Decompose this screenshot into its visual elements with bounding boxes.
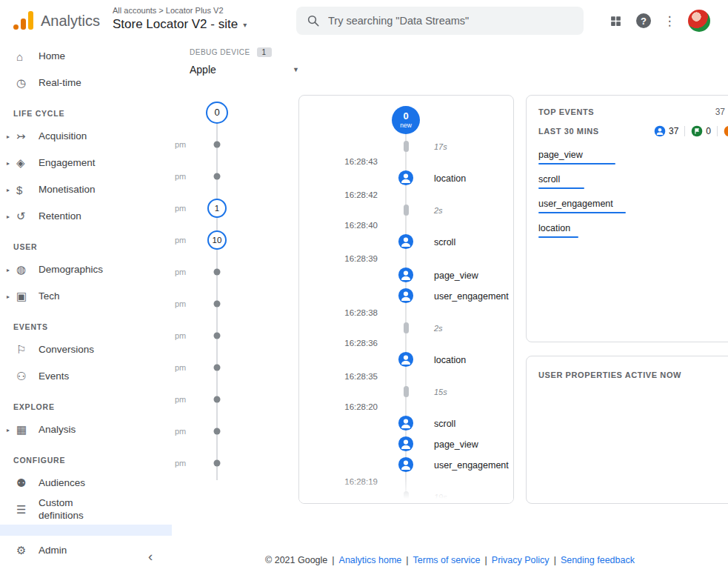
stream-row-gap: 17s	[299, 137, 513, 155]
counter-value: 37	[669, 126, 678, 136]
sidebar-item-label: Demographics	[39, 264, 103, 276]
event-name[interactable]: user_engagement	[425, 460, 509, 471]
property-name: Store Locator V2 - site	[113, 17, 238, 32]
user-properties-card: USER PROPERTIES ACTIVE NOW	[526, 356, 728, 504]
sidebar-section-events: EVENTS	[0, 310, 172, 336]
minute-label: pm	[175, 363, 186, 372]
minute-label: pm	[175, 236, 186, 245]
event-name[interactable]: location	[425, 173, 466, 184]
footer-link-terms-of-service[interactable]: Terms of service	[413, 555, 481, 565]
top-event-row[interactable]: page_view	[538, 150, 725, 164]
minute-dot[interactable]	[214, 459, 221, 466]
minute-dot[interactable]	[214, 300, 221, 307]
search-input[interactable]	[328, 15, 573, 27]
expand-arrow-icon[interactable]: ▸	[0, 133, 15, 140]
gap-duration: 2s	[425, 324, 443, 333]
minute-count-circle[interactable]: 10	[207, 230, 227, 250]
stream-timestamp: 16:28:39	[299, 254, 387, 263]
debug-device-select[interactable]: Apple ▼	[190, 64, 299, 80]
minute-count-circle[interactable]: 1	[207, 199, 227, 218]
stream-row-event: page_view	[299, 265, 513, 285]
person-event-icon	[398, 351, 414, 368]
event-name[interactable]: location	[425, 355, 466, 365]
footer-link-privacy-policy[interactable]: Privacy Policy	[492, 555, 550, 565]
stream-row-event: location	[299, 167, 513, 188]
event-name[interactable]: user_engagement	[425, 291, 509, 302]
top-event-row[interactable]: user_engagement	[538, 199, 725, 213]
sidebar-item-analysis[interactable]: ▸▦Analysis	[0, 416, 172, 443]
clock-icon: ◷	[15, 76, 39, 90]
tech-icon: ▣	[15, 290, 39, 303]
sidebar-item-retention[interactable]: ▸↺Retention	[0, 203, 172, 230]
header-actions: ? ⋮	[610, 10, 710, 32]
expand-arrow-icon[interactable]: ▸	[0, 267, 15, 273]
sidebar-item-monetisation[interactable]: ▸$Monetisation	[0, 176, 172, 203]
stream-row-time: 16:28:43	[299, 155, 513, 167]
property-switcher[interactable]: All accounts > Locator Plus V2 Store Loc…	[113, 6, 247, 32]
footer-separator: |	[327, 555, 338, 565]
kebab-menu-icon[interactable]: ⋮	[665, 13, 674, 29]
conversions-counter[interactable]: 0	[691, 125, 711, 137]
event-name[interactable]: page_view	[425, 439, 478, 450]
minute-count-circle[interactable]: 0	[206, 102, 228, 124]
top-event-row[interactable]: scroll	[538, 174, 725, 189]
minute-dot[interactable]	[214, 173, 221, 179]
errors-counter[interactable]	[724, 125, 728, 137]
top-event-row[interactable]: location	[538, 223, 725, 238]
event-name[interactable]: scroll	[425, 237, 455, 247]
sidebar-item-demographics[interactable]: ▸◍Demographics	[0, 256, 172, 283]
minute-label: pm	[175, 172, 186, 181]
new-events-badge[interactable]: 0new	[392, 106, 420, 134]
top-bar: Analytics All accounts > Locator Plus V2…	[0, 0, 728, 41]
audiences-icon: ⚉	[15, 476, 39, 490]
expand-arrow-icon[interactable]: ▸	[0, 213, 15, 220]
gap-bar	[404, 386, 409, 397]
sidebar-item-acquisition[interactable]: ▸↣Acquisition	[0, 123, 172, 150]
minute-dot[interactable]	[214, 332, 221, 339]
apps-grid-icon[interactable]	[610, 15, 622, 27]
expand-arrow-icon[interactable]: ▸	[0, 187, 15, 193]
sidebar-selected-indicator[interactable]	[0, 525, 172, 536]
users-counter[interactable]: 37	[654, 125, 678, 137]
search-bar[interactable]	[296, 7, 584, 35]
sidebar-item-conversions[interactable]: ⚐Conversions	[0, 336, 172, 363]
top-events-card: TOP EVENTS 37 LAST 30 MINS 370 page_view…	[526, 95, 728, 342]
breadcrumb[interactable]: All accounts > Locator Plus V2	[113, 6, 247, 15]
sidebar-item-tech[interactable]: ▸▣Tech	[0, 283, 172, 310]
minute-dot[interactable]	[214, 364, 221, 370]
minute-dot[interactable]	[214, 396, 221, 402]
debug-device-label: DEBUG DEVICE	[190, 48, 250, 56]
expand-arrow-icon[interactable]: ▸	[0, 160, 15, 167]
minute-dot[interactable]	[214, 428, 221, 434]
app-name: Analytics	[41, 13, 100, 30]
minute-dot[interactable]	[214, 141, 221, 147]
sidebar-item-engagement[interactable]: ▸◈Engagement	[0, 150, 172, 176]
sidebar-item-audiences[interactable]: ⚉Audiences	[0, 470, 172, 496]
sidebar-item-events[interactable]: ⚇Events	[0, 363, 172, 390]
expand-arrow-icon[interactable]: ▸	[0, 427, 15, 433]
minute-label: pm	[175, 299, 186, 308]
timeline-minute-row: pm	[175, 160, 258, 192]
debug-device-count-badge: 1	[257, 47, 272, 57]
stream-row-event: user_engagement	[299, 454, 513, 475]
footer-link-sending-feedback[interactable]: Sending feedback	[561, 555, 635, 565]
sidebar-item-home[interactable]: ⌂Home	[0, 43, 172, 70]
sidebar-item-admin[interactable]: ⚙Admin	[0, 537, 172, 564]
help-icon[interactable]: ?	[636, 13, 651, 28]
avatar[interactable]	[688, 10, 710, 32]
sidebar-item-custom-definitions[interactable]: ☰Custom definitions	[0, 496, 172, 523]
analytics-logo[interactable]: Analytics	[13, 11, 100, 30]
event-name[interactable]: page_view	[425, 270, 478, 281]
stream-row-time: 16:28:40	[299, 219, 513, 231]
logo-bar-icon	[13, 24, 19, 30]
timeline-minute-row: pm	[175, 319, 258, 351]
minute-dot[interactable]	[214, 268, 221, 275]
footer-link-analytics-home[interactable]: Analytics home	[339, 555, 402, 565]
sidebar-collapse-button[interactable]: ‹	[148, 548, 153, 565]
sidebar-item-real-time[interactable]: ◷Real-time	[0, 70, 172, 96]
expand-arrow-icon[interactable]: ▸	[0, 293, 15, 300]
timeline-minute-row: pm	[175, 351, 258, 383]
event-name[interactable]: scroll	[425, 419, 455, 429]
stream-row-time: 16:28:36	[299, 336, 513, 349]
copyright: © 2021 Google	[265, 555, 327, 565]
